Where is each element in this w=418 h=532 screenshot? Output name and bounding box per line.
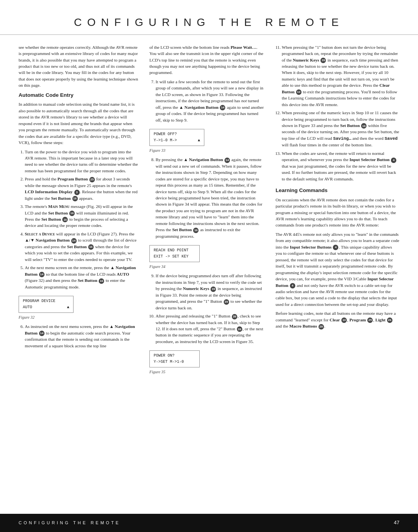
badge-16g: 16 [361, 123, 367, 129]
badge-25: 25 [89, 177, 95, 182]
step-7: It will take a few seconds for the remot… [156, 79, 265, 123]
badge-39e: 39 [320, 58, 326, 63]
step-13: When the codes are saved, the remote wil… [282, 150, 399, 182]
badge-14a: 14 [71, 238, 77, 244]
badge-14b: 14 [39, 272, 45, 277]
badge-14c: 14 [39, 331, 45, 336]
badge-16f: 16 [193, 228, 199, 233]
footer-page-number: 47 [394, 519, 399, 527]
steps-list-6: As instructed on the next menu screen, p… [19, 323, 139, 349]
fig32-lcd: PROGRAM DEVICE AUTO ▲ [19, 296, 74, 313]
steps-11-13: When pressing the "1" button does not tu… [276, 44, 399, 182]
auto-code-intro: In addition to manual code selection usi… [19, 101, 139, 146]
badge-16c: 16 [62, 217, 68, 222]
step-9: If the device being programmed does turn… [156, 273, 265, 311]
steps-list: Turn on the power to the device you wish… [19, 149, 139, 290]
badge-14e: 14 [224, 158, 230, 163]
badge-16e: 16 [99, 278, 104, 284]
learning-para-1: On occasions when the AVR remote does no… [276, 197, 399, 228]
badge-26: 26 [387, 317, 392, 323]
step-2: Press and hold the Program Button 25 for… [25, 176, 139, 201]
fig33-label: Figure 33 [149, 148, 265, 153]
steps-8: By pressing the ▲ Navigation Button 14 a… [149, 156, 265, 239]
learning-heading: Learning Commands [276, 187, 399, 194]
badge-39c: 39 [232, 314, 237, 319]
badge-16b: 16 [69, 211, 75, 216]
auto-code-heading: Automatic Code Entry [19, 91, 139, 99]
fig34-lcd: REACH END POINT EXIT -> SET KEY [149, 245, 200, 262]
content-area: see whether the remote operates correctl… [0, 35, 418, 514]
steps-9-10: If the device being programmed does turn… [149, 273, 265, 345]
badge-25b: 25 [367, 317, 373, 323]
intro-text: see whether the remote operates correctl… [19, 44, 139, 89]
fig32-label: Figure 32 [19, 314, 139, 320]
mid-intro: of the LCD screen while the bottom line … [149, 44, 265, 76]
badge-10a: 10 [296, 89, 302, 95]
badge-3a: 3 [74, 190, 80, 195]
badge-4b: 4 [333, 245, 338, 250]
page: CONFIGURING THE REMOTE see whether the r… [0, 0, 418, 532]
fig35-lcd: POWER ON? Y->SET M->1-0 [149, 350, 200, 367]
badge-39b: 39 [224, 299, 229, 305]
fig34-label: Figure 34 [149, 264, 265, 269]
badge-4c: 4 [290, 283, 295, 288]
step-5: At the next menu screen on the remote, p… [25, 264, 139, 290]
step-4: Select a Device will appear in the LCD (… [25, 231, 139, 263]
badge-14d: 14 [220, 105, 225, 110]
badge-16a: 16 [72, 196, 78, 201]
fig33-lcd: POWER OFF? Y->1-0 M-> ▲ [149, 129, 204, 146]
mid-column: of the LCD screen while the bottom line … [149, 44, 265, 506]
learning-para-2: The AVR 445's remote not only allows you… [276, 231, 399, 307]
page-footer: CONFIGURING THE REMOTE 47 [0, 514, 418, 532]
badge-39d: 39 [237, 326, 242, 332]
left-column: see whether the remote operates correctl… [19, 44, 139, 506]
step-12: When pressing one of the numeric keys in… [282, 110, 399, 148]
step-10: After pressing and releasing the "1" But… [156, 313, 265, 345]
step-3: The remote's Main Menu message (Fig. 26)… [25, 203, 139, 229]
right-column: When pressing the "1" button does not tu… [276, 44, 399, 506]
learning-para-3: Before learning codes, note that all but… [276, 310, 399, 329]
step-6: As instructed on the next menu screen, p… [25, 323, 139, 349]
step-8: By pressing the ▲ Navigation Button 14 a… [156, 156, 265, 239]
step-11: When pressing the "1" button does not tu… [282, 44, 399, 108]
badge-10b: 10 [341, 317, 347, 323]
badge-28: 28 [319, 324, 324, 329]
badge-16d: 16 [88, 244, 94, 250]
page-title: CONFIGURING THE REMOTE [23, 15, 395, 31]
footer-label: CONFIGURING THE REMOTE [19, 520, 120, 526]
badge-4a: 4 [391, 158, 396, 163]
steps-7-10: It will take a few seconds for the remot… [149, 79, 265, 123]
fig35-label: Figure 35 [149, 369, 265, 375]
badge-39a: 39 [211, 287, 216, 292]
step-1: Turn on the power to the device you wish… [25, 149, 139, 174]
page-header: CONFIGURING THE REMOTE [0, 0, 418, 35]
